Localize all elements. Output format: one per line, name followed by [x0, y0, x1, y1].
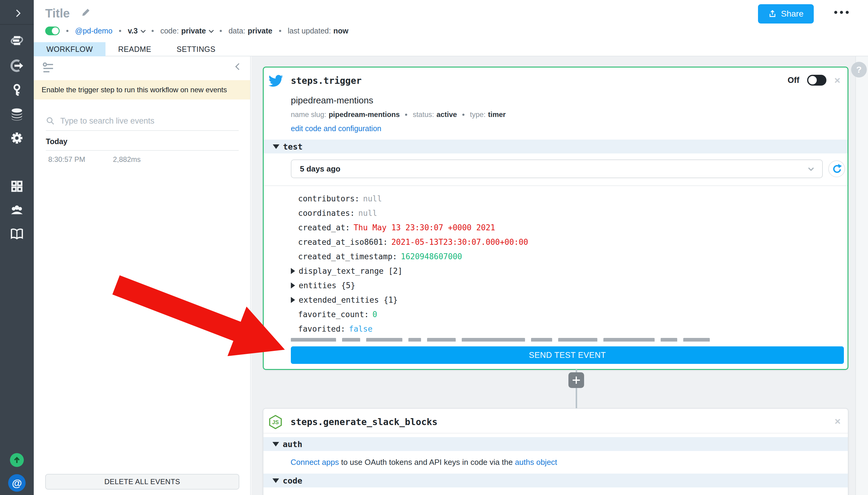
- dot-separator: [279, 30, 281, 32]
- event-duration: 2,882ms: [113, 155, 141, 164]
- auth-description: Connect apps to use OAuth tokens and API…: [263, 451, 848, 474]
- sidebar-item-deploy[interactable]: [0, 451, 34, 468]
- database-icon: [10, 107, 24, 121]
- test-section-header[interactable]: test: [264, 140, 848, 153]
- dot-separator: [405, 114, 407, 116]
- nodejs-icon: JS: [268, 415, 283, 430]
- result-row: favorited:false: [291, 322, 848, 336]
- chevron-down-icon: [209, 28, 214, 33]
- send-test-event-button[interactable]: SEND TEST EVENT: [291, 346, 844, 364]
- expand-icon[interactable]: [291, 283, 295, 289]
- apps-grid-icon: [11, 180, 23, 193]
- tab-settings[interactable]: SETTINGS: [164, 42, 228, 56]
- add-step-button[interactable]: [569, 372, 584, 388]
- edit-title-icon[interactable]: [81, 8, 90, 18]
- tab-workflow[interactable]: WORKFLOW: [34, 42, 105, 56]
- code-description: Write any Node.js code and use any npm p…: [263, 488, 848, 495]
- dot-separator: [119, 30, 121, 32]
- event-search: [46, 112, 239, 131]
- version-select[interactable]: v.3: [128, 27, 145, 35]
- result-row: favorite_count:0: [291, 307, 848, 322]
- sidebar-item-settings[interactable]: [0, 130, 34, 147]
- test-event-select[interactable]: 5 days ago: [291, 159, 823, 178]
- edit-code-link[interactable]: edit code and configuration: [291, 124, 381, 133]
- result-row: created_at:Thu May 13 23:30:07 +0000 202…: [291, 220, 848, 235]
- code-card-header: JS steps.generate_slack_blocks ×: [263, 409, 848, 433]
- delete-all-events-button[interactable]: DELETE ALL EVENTS: [45, 474, 239, 490]
- sidebar-item-support[interactable]: @: [0, 475, 34, 491]
- event-group-label: Today: [46, 137, 239, 151]
- trigger-on-off-toggle[interactable]: [807, 75, 827, 86]
- result-row-expandable[interactable]: display_text_range [2]: [291, 264, 848, 278]
- key-icon: [11, 84, 23, 96]
- sidebar-item-docs[interactable]: [0, 225, 34, 242]
- events-panel-header: [34, 56, 250, 80]
- workflow-content: Enable the trigger step to run this work…: [34, 56, 868, 495]
- people-icon: [10, 203, 24, 217]
- result-row: contributors:null: [291, 191, 848, 206]
- chevron-down-icon: [808, 165, 814, 171]
- filter-list-icon[interactable]: [42, 62, 54, 75]
- trigger-meta-row: name slug:pipedream-mentions status:acti…: [291, 110, 848, 119]
- last-updated: last updated:now: [288, 27, 348, 35]
- event-time: 8:30:57 PM: [48, 155, 85, 164]
- code-section-header[interactable]: code: [263, 474, 848, 488]
- clipped-result-row: [291, 336, 848, 342]
- collapse-panel-icon[interactable]: [236, 63, 242, 70]
- data-visibility: data:private: [228, 27, 273, 35]
- result-row-expandable[interactable]: entities {5}: [291, 278, 848, 293]
- auths-object-link[interactable]: auths object: [515, 458, 557, 467]
- workflow-meta-row: @pd-demo v.3 code:private data:private l…: [45, 27, 348, 35]
- deploy-up-icon: [10, 453, 24, 467]
- workflow-title: Title: [45, 7, 70, 20]
- sidebar-item-community[interactable]: [0, 201, 34, 218]
- refresh-icon: [831, 164, 842, 174]
- workflow-tabs: WORKFLOW README SETTINGS: [34, 42, 868, 56]
- test-event-result: contributors:null coordinates:null creat…: [264, 186, 848, 342]
- share-button[interactable]: Share: [758, 4, 814, 23]
- sidebar-item-sql[interactable]: [0, 105, 34, 122]
- trigger-app-name: pipedream-mentions: [291, 95, 848, 105]
- sidebar-item-event-sources[interactable]: [0, 57, 34, 74]
- close-step-icon[interactable]: ×: [835, 416, 840, 426]
- result-row-expandable[interactable]: extended_entities {1}: [291, 293, 848, 307]
- deploy-toggle[interactable]: [45, 27, 60, 35]
- close-step-icon[interactable]: ×: [834, 75, 840, 85]
- scroll-gutter[interactable]: [855, 56, 868, 495]
- at-sign-icon: @: [8, 474, 25, 492]
- gear-icon: [10, 131, 24, 145]
- dot-separator: [152, 30, 154, 32]
- more-options-button[interactable]: [834, 11, 849, 14]
- expand-sidebar-icon[interactable]: [0, 5, 34, 22]
- expand-icon[interactable]: [291, 268, 295, 274]
- sidebar-item-keys[interactable]: [0, 81, 34, 98]
- auth-section-header[interactable]: auth: [263, 437, 848, 451]
- code-step-card: JS steps.generate_slack_blocks × auth Co…: [263, 408, 848, 495]
- code-step-name: steps.generate_slack_blocks: [291, 416, 438, 427]
- share-icon: [768, 10, 777, 18]
- dot-separator: [220, 30, 222, 32]
- event-list-item[interactable]: 8:30:57 PM 2,882ms: [48, 155, 229, 164]
- toggle-knob: [52, 28, 59, 34]
- dot-separator: [462, 114, 465, 116]
- test-event-controls: 5 days ago: [264, 153, 848, 186]
- refresh-events-button[interactable]: [828, 160, 845, 177]
- code-visibility-select[interactable]: code:private: [160, 27, 213, 35]
- account-link[interactable]: @pd-demo: [75, 27, 112, 35]
- trigger-notice-banner: Enable the trigger step to run this work…: [34, 80, 250, 100]
- toggle-knob: [808, 76, 817, 84]
- expand-icon[interactable]: [291, 297, 295, 303]
- twitter-icon: [268, 73, 283, 89]
- result-row: coordinates:null: [291, 206, 848, 220]
- sidebar-item-pipelines[interactable]: [0, 32, 34, 49]
- help-button[interactable]: ?: [851, 62, 867, 78]
- tab-readme[interactable]: README: [105, 42, 164, 56]
- sidebar-item-apps[interactable]: [0, 178, 34, 195]
- sidebar-divider: [0, 24, 34, 25]
- workflow-header: Title @pd-demo v.3 code:private data:pri…: [34, 0, 868, 42]
- pipedream-workflow-app: @ Title @pd-demo v.3 code:private data:p…: [0, 0, 868, 495]
- pipelines-icon: [10, 34, 23, 47]
- connect-apps-link[interactable]: Connect apps: [291, 458, 339, 467]
- collapse-triangle-icon: [273, 478, 279, 483]
- search-live-events-input[interactable]: [60, 116, 239, 126]
